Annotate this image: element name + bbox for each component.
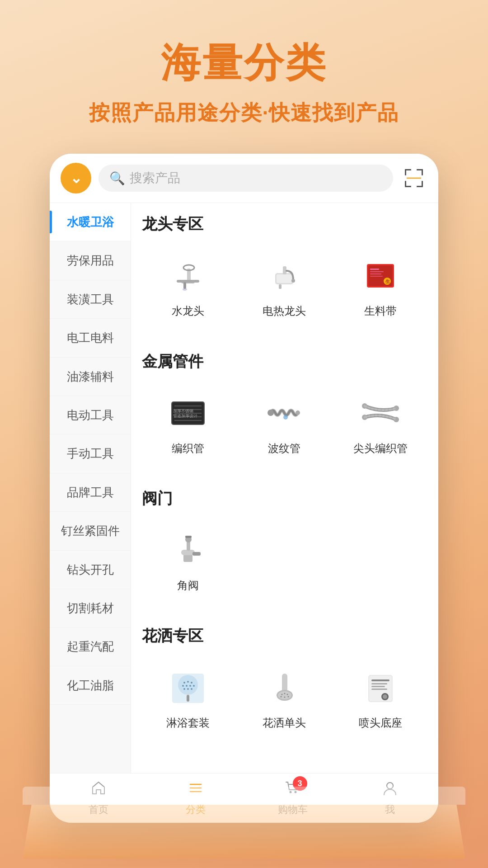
svg-rect-23 bbox=[370, 271, 384, 272]
valve-title: 阀门 bbox=[142, 488, 427, 509]
angle-valve-img bbox=[165, 527, 211, 572]
svg-point-71 bbox=[287, 696, 289, 697]
svg-rect-48 bbox=[192, 552, 201, 556]
shower-zone-grid: 淋浴套装 bbox=[142, 657, 427, 738]
svg-point-68 bbox=[286, 693, 288, 695]
shower-head-name: 花洒单头 bbox=[263, 715, 306, 731]
svg-point-67 bbox=[284, 693, 285, 694]
electric-faucet-img bbox=[262, 253, 307, 298]
sidebar-item-paint[interactable]: 油漆辅料 bbox=[50, 358, 131, 396]
electric-faucet-name: 电热龙头 bbox=[263, 303, 306, 319]
svg-rect-74 bbox=[371, 679, 389, 681]
phone-mockup: 🔍 搜索产品 水暖卫浴 劳保用品 装潢工具 电工电料 油漆辅料 bbox=[50, 154, 438, 823]
svg-point-39 bbox=[283, 415, 288, 420]
svg-rect-25 bbox=[370, 276, 383, 277]
sidebar-item-electrical[interactable]: 电工电料 bbox=[50, 319, 131, 357]
sidebar-item-power-tools[interactable]: 电动工具 bbox=[50, 396, 131, 434]
product-electric-faucet[interactable]: 电热龙头 bbox=[238, 245, 331, 326]
search-bar[interactable]: 🔍 搜索产品 bbox=[99, 165, 393, 192]
water-faucet-img bbox=[165, 253, 211, 298]
pointed-braided-name: 尖头编织管 bbox=[353, 441, 408, 456]
sidebar-item-decoration[interactable]: 装潢工具 bbox=[50, 280, 131, 319]
category-faucet-zone: 龙头专区 bbox=[131, 203, 438, 333]
sidebar-item-labor[interactable]: 劳保用品 bbox=[50, 241, 131, 280]
metal-pipe-grid: 加厚不锈钢 管道加厚设计 编织管 bbox=[142, 383, 427, 463]
svg-rect-7 bbox=[422, 181, 423, 187]
svg-rect-76 bbox=[371, 686, 385, 687]
scan-button[interactable] bbox=[400, 165, 427, 192]
svg-point-65 bbox=[278, 691, 291, 699]
hero-subtitle: 按照产品用途分类·快速找到产品 bbox=[18, 99, 470, 127]
svg-point-66 bbox=[281, 693, 282, 695]
shower-zone-title: 花洒专区 bbox=[142, 626, 427, 646]
platform-top bbox=[23, 787, 465, 805]
svg-rect-13 bbox=[183, 282, 186, 289]
shower-set-img bbox=[165, 665, 211, 710]
svg-text:管道加厚设计: 管道加厚设计 bbox=[173, 414, 197, 418]
svg-rect-1 bbox=[405, 169, 406, 175]
shower-head-img bbox=[262, 665, 307, 710]
product-water-faucet[interactable]: 水龙头 bbox=[142, 245, 235, 326]
svg-point-60 bbox=[187, 688, 189, 690]
app-header: 🔍 搜索产品 bbox=[50, 154, 438, 203]
svg-point-58 bbox=[193, 685, 195, 687]
svg-text:生: 生 bbox=[385, 279, 390, 284]
svg-point-59 bbox=[183, 688, 185, 690]
sidebar-item-cutting[interactable]: 切割耗材 bbox=[50, 589, 131, 627]
svg-point-51 bbox=[178, 675, 198, 695]
hero-title: 海量分类 bbox=[18, 36, 470, 90]
svg-rect-75 bbox=[371, 683, 387, 684]
svg-point-69 bbox=[280, 696, 282, 697]
angle-valve-name: 角阀 bbox=[177, 578, 199, 593]
sidebar-item-hand-tools[interactable]: 手动工具 bbox=[50, 434, 131, 473]
sealing-tape-name: 生料带 bbox=[364, 303, 397, 319]
sidebar-item-drill[interactable]: 钻头开孔 bbox=[50, 551, 131, 589]
pointed-braided-img bbox=[358, 390, 403, 435]
svg-rect-22 bbox=[370, 269, 379, 270]
sidebar-item-lifting[interactable]: 起重汽配 bbox=[50, 627, 131, 666]
svg-rect-12 bbox=[177, 280, 199, 283]
product-sealing-tape[interactable]: 生 生料带 bbox=[334, 245, 427, 326]
platform-front bbox=[23, 805, 465, 859]
braided-pipe-img: 加厚不锈钢 管道加厚设计 bbox=[165, 390, 211, 435]
product-angle-valve[interactable]: 角阀 bbox=[142, 520, 235, 600]
corrugated-pipe-name: 波纹管 bbox=[268, 441, 300, 456]
product-corrugated-pipe[interactable]: 波纹管 bbox=[238, 383, 331, 463]
sidebar-item-plumbing[interactable]: 水暖卫浴 bbox=[50, 203, 131, 241]
scan-icon bbox=[403, 167, 425, 189]
sidebar-item-chemical[interactable]: 化工油脂 bbox=[50, 666, 131, 705]
platform-decoration bbox=[23, 787, 465, 868]
shower-set-name: 淋浴套装 bbox=[166, 715, 210, 731]
water-faucet-name: 水龙头 bbox=[172, 303, 204, 319]
svg-point-56 bbox=[186, 685, 188, 687]
category-metal-pipe: 金属管件 bbox=[131, 340, 438, 471]
sealing-tape-img: 生 bbox=[358, 253, 403, 298]
svg-point-14 bbox=[183, 288, 187, 291]
search-placeholder-text: 搜索产品 bbox=[130, 170, 180, 187]
product-shower-head[interactable]: 花洒单头 bbox=[238, 657, 331, 738]
sidebar-item-brand-tools[interactable]: 品牌工具 bbox=[50, 473, 131, 512]
svg-rect-77 bbox=[371, 689, 387, 690]
faucet-zone-grid: 水龙头 电热龙 bbox=[142, 245, 427, 326]
product-shower-set[interactable]: 淋浴套装 bbox=[142, 657, 235, 738]
svg-point-18 bbox=[291, 279, 295, 283]
search-icon: 🔍 bbox=[109, 171, 125, 186]
nozzle-base-name: 喷头底座 bbox=[359, 715, 402, 731]
svg-point-61 bbox=[191, 688, 192, 690]
sidebar: 水暖卫浴 劳保用品 装潢工具 电工电料 油漆辅料 电动工具 手动工具 品牌工具 … bbox=[50, 203, 131, 773]
sidebar-item-screws[interactable]: 钉丝紧固件 bbox=[50, 512, 131, 550]
braided-pipe-name: 编织管 bbox=[172, 441, 204, 456]
product-braided-pipe[interactable]: 加厚不锈钢 管道加厚设计 编织管 bbox=[142, 383, 235, 463]
product-nozzle-base[interactable]: 喷头底座 bbox=[334, 657, 427, 738]
valve-grid: 角阀 bbox=[142, 520, 427, 600]
category-shower-zone: 花洒专区 bbox=[131, 615, 438, 745]
svg-point-52 bbox=[183, 682, 185, 684]
product-pointed-braided[interactable]: 尖头编织管 bbox=[334, 383, 427, 463]
svg-point-37 bbox=[267, 410, 274, 416]
svg-rect-49 bbox=[185, 536, 192, 538]
svg-rect-5 bbox=[405, 181, 406, 187]
svg-point-38 bbox=[296, 410, 300, 415]
svg-rect-16 bbox=[277, 274, 292, 283]
svg-rect-62 bbox=[187, 695, 189, 702]
logo-button[interactable] bbox=[61, 163, 91, 193]
